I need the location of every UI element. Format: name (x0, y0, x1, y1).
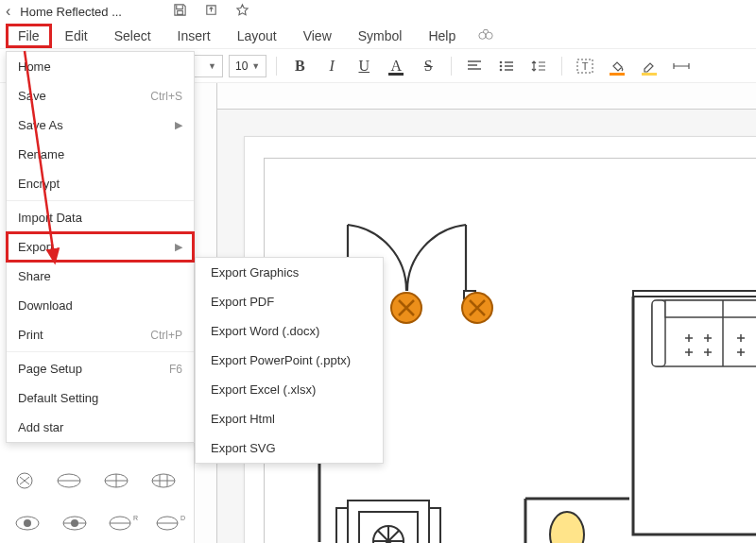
svg-rect-22 (652, 300, 665, 366)
label: Save (18, 89, 46, 103)
file-share[interactable]: Share (7, 262, 194, 291)
back-icon[interactable]: ‹ (6, 3, 10, 20)
svg-point-2 (500, 60, 503, 63)
label: Import Data (18, 211, 82, 225)
file-home[interactable]: Home (7, 52, 194, 81)
align-button[interactable] (461, 53, 488, 79)
font-size-combo[interactable]: 10 ▼ (229, 55, 266, 77)
svg-point-31 (550, 512, 584, 543)
document-title: Home Reflected ... (20, 5, 122, 19)
font-size: 10 (235, 59, 248, 73)
menu-insert[interactable]: Insert (164, 25, 224, 47)
symbol-light[interactable] (13, 513, 42, 536)
file-download[interactable]: Download (7, 291, 194, 320)
menu-file[interactable]: File (6, 24, 52, 48)
label: Home (18, 59, 51, 74)
export-word[interactable]: Export Word (.docx) (196, 316, 383, 346)
menu-edit[interactable]: Edit (52, 25, 101, 47)
symbol-outlet[interactable] (13, 470, 36, 494)
separator (7, 200, 194, 201)
label: Page Setup (18, 362, 82, 376)
menu-view[interactable]: View (290, 25, 345, 47)
svg-rect-24 (665, 300, 756, 317)
label: Add star (18, 420, 63, 434)
title-bar: ‹ Home Reflected ... (0, 0, 756, 23)
dimension-button[interactable] (668, 53, 695, 79)
export-excel[interactable]: Export Excel (.xlsx) (196, 375, 383, 404)
shortcut: Ctrl+S (150, 90, 182, 103)
chevron-down-icon: ▼ (251, 61, 260, 71)
chevron-down-icon: ▼ (208, 61, 216, 71)
symbol-r[interactable]: R (108, 513, 136, 536)
svg-rect-29 (336, 508, 348, 543)
svg-point-4 (500, 68, 503, 71)
bullets-button[interactable] (493, 53, 520, 79)
label: Download (18, 298, 73, 313)
separator (7, 351, 194, 352)
label: Save As (18, 118, 63, 132)
menu-layout[interactable]: Layout (224, 25, 290, 47)
menu-symbol[interactable]: Symbol (345, 25, 416, 47)
symbol-light-2[interactable] (60, 513, 89, 536)
file-export[interactable]: Export▶ (7, 232, 194, 262)
svg-rect-30 (429, 508, 440, 543)
underline-button[interactable]: U (351, 53, 377, 79)
label: Export (18, 240, 54, 254)
export-pdf[interactable]: Export PDF (196, 287, 383, 316)
separator (561, 57, 562, 76)
bold-button[interactable]: B (286, 53, 313, 79)
font-color-button[interactable]: A (383, 53, 409, 79)
file-print[interactable]: PrintCtrl+P (7, 320, 194, 349)
spacing-button[interactable] (525, 53, 552, 79)
label: Print (18, 328, 43, 342)
symbol-switch-2[interactable] (102, 470, 130, 494)
menu-help[interactable]: Help (415, 25, 469, 47)
menu-select[interactable]: Select (101, 25, 164, 47)
symbol-switch-3[interactable] (149, 470, 178, 494)
svg-point-1 (486, 32, 492, 39)
export-html[interactable]: Export Html (196, 404, 383, 433)
svg-point-12 (24, 519, 31, 527)
export-graphics[interactable]: Export Graphics (196, 258, 383, 287)
separator (451, 57, 452, 76)
strikethrough-button[interactable]: S (415, 53, 441, 79)
fill-color-button[interactable] (604, 53, 630, 79)
label: Share (18, 269, 51, 283)
file-save-as[interactable]: Save As▶ (7, 110, 194, 140)
file-save[interactable]: SaveCtrl+S (7, 81, 194, 110)
share-icon[interactable] (204, 3, 218, 20)
file-rename[interactable]: Rename (7, 140, 194, 169)
export-ppt[interactable]: Export PowerPoint (.pptx) (196, 346, 383, 375)
chevron-right-icon: ▶ (175, 241, 182, 253)
svg-point-3 (500, 64, 503, 67)
ruler-horizontal (217, 83, 756, 110)
menu-bar: File Edit Select Insert Layout View Symb… (0, 23, 756, 49)
symbol-d[interactable]: D (155, 513, 183, 536)
label: Default Setting (18, 391, 98, 405)
binoculars-icon[interactable] (478, 27, 493, 43)
file-add-star[interactable]: Add star (7, 413, 194, 442)
shortcut: F6 (169, 363, 182, 376)
star-icon[interactable] (235, 3, 249, 20)
textbox-button[interactable]: T (572, 53, 598, 79)
save-icon[interactable] (173, 3, 187, 20)
export-submenu: Export Graphics Export PDF Export Word (… (195, 257, 384, 464)
svg-text:R: R (133, 515, 138, 521)
shortcut: Ctrl+P (150, 329, 182, 342)
label: Encrypt (18, 177, 60, 191)
file-encrypt[interactable]: Encrypt (7, 169, 194, 198)
chevron-right-icon: ▶ (175, 119, 182, 131)
highlight-button[interactable] (636, 53, 662, 79)
italic-button[interactable]: I (318, 53, 345, 79)
file-page-setup[interactable]: Page SetupF6 (7, 354, 194, 383)
svg-text:T: T (582, 60, 589, 72)
separator (276, 57, 277, 76)
export-svg[interactable]: Export SVG (196, 433, 383, 463)
symbol-switch[interactable] (55, 470, 83, 494)
file-default-setting[interactable]: Default Setting (7, 383, 194, 413)
label: Rename (18, 147, 64, 161)
file-dropdown: Home SaveCtrl+S Save As▶ Rename Encrypt … (6, 51, 195, 443)
file-import[interactable]: Import Data (7, 203, 194, 232)
svg-text:D: D (180, 515, 185, 521)
svg-point-0 (479, 32, 486, 39)
